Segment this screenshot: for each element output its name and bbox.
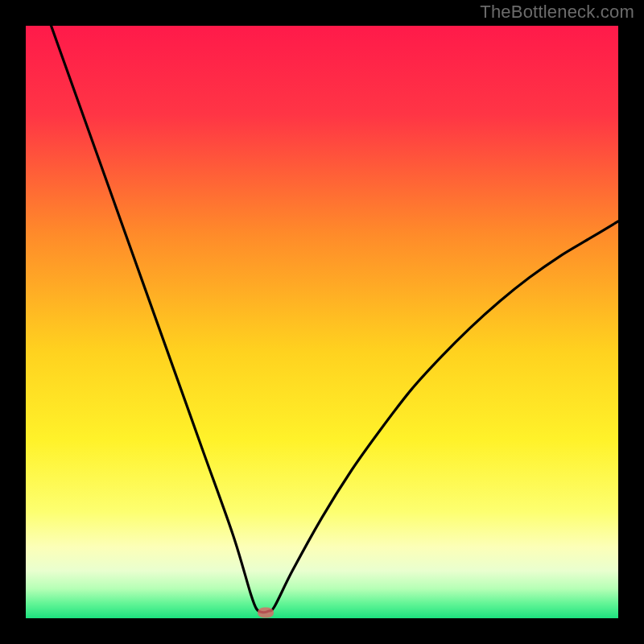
bottleneck-curve xyxy=(26,26,618,618)
watermark-text: TheBottleneck.com xyxy=(480,2,634,23)
optimal-marker xyxy=(258,607,274,617)
plot-area xyxy=(26,26,618,618)
chart-frame: TheBottleneck.com xyxy=(0,0,644,644)
